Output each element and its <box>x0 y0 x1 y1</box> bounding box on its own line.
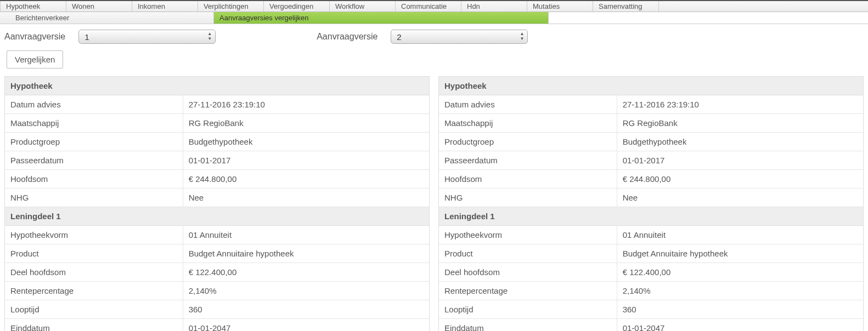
table-row: MaatschappijRG RegioBank <box>5 114 429 133</box>
version-select-1-value: 1 <box>84 32 89 42</box>
table-row: Hoofdsom€ 244.800,00 <box>439 170 863 189</box>
top-tab-wonen[interactable]: Wonen <box>66 1 132 12</box>
top-tab-communicatie[interactable]: Communicatie <box>395 1 461 12</box>
row-value: € 122.400,00 <box>617 263 863 281</box>
panel-left: HypotheekDatum advies27-11-2016 23:19:10… <box>4 76 430 331</box>
row-value: Budgethypotheek <box>183 133 429 151</box>
sub-tab-bar: BerichtenverkeerAanvraagversies vergelij… <box>0 12 868 24</box>
row-value: € 244.800,00 <box>617 170 863 188</box>
row-key: Datum advies <box>439 95 617 113</box>
table-row: Deel hoofdsom€ 122.400,00 <box>5 263 429 282</box>
table-row: ProductBudget Annuitaire hypotheek <box>439 244 863 263</box>
table-row: Deel hoofdsom€ 122.400,00 <box>439 263 863 282</box>
compare-button[interactable]: Vergelijken <box>7 50 63 69</box>
compare-panels: HypotheekDatum advies27-11-2016 23:19:10… <box>0 76 868 331</box>
row-key: Rentepercentage <box>439 282 617 300</box>
table-row: ProductgroepBudgethypotheek <box>5 133 429 151</box>
row-key: NHG <box>5 189 183 207</box>
table-row: Rentepercentage2,140% <box>439 282 863 300</box>
row-key: Hoofdsom <box>439 170 617 188</box>
row-key: Einddatum <box>439 319 617 331</box>
version-label-1: Aanvraagversie <box>4 32 65 42</box>
row-value: Nee <box>183 189 429 207</box>
row-value: Budgethypotheek <box>617 133 863 151</box>
table-row: Looptijd360 <box>5 300 429 319</box>
table-row: Looptijd360 <box>439 300 863 319</box>
row-value: 01-01-2017 <box>183 151 429 169</box>
row-key: Product <box>439 244 617 262</box>
row-value: 01 Annuiteit <box>183 226 429 244</box>
table-row: Einddatum01-01-2047 <box>439 319 863 331</box>
table-row: ProductgroepBudgethypotheek <box>439 133 863 151</box>
table-row: Datum advies27-11-2016 23:19:10 <box>5 95 429 114</box>
row-key: Maatschappij <box>5 114 183 132</box>
top-tab-inkomen[interactable]: Inkomen <box>132 1 198 12</box>
row-value: 360 <box>183 300 429 318</box>
version-select-1[interactable]: 1 ▲▼ <box>78 30 216 44</box>
select-updown-icon: ▲▼ <box>207 31 212 41</box>
row-value: 2,140% <box>617 282 863 300</box>
row-value: 01-01-2017 <box>617 151 863 169</box>
row-value: RG RegioBank <box>183 114 429 132</box>
table-row: Passeerdatum01-01-2017 <box>5 151 429 170</box>
top-tab-workflow[interactable]: Workflow <box>329 1 395 12</box>
version-label-2: Aanvraagversie <box>317 32 377 42</box>
row-value: 27-11-2016 23:19:10 <box>183 95 429 113</box>
table-row: Hoofdsom€ 244.800,00 <box>5 170 429 189</box>
panel-right: HypotheekDatum advies27-11-2016 23:19:10… <box>438 76 864 331</box>
row-key: NHG <box>439 189 617 207</box>
row-value: Budget Annuitaire hypotheek <box>183 244 429 262</box>
table-row: Rentepercentage2,140% <box>5 282 429 300</box>
row-key: Passeerdatum <box>5 151 183 169</box>
table-row: Einddatum01-01-2047 <box>5 319 429 331</box>
top-tab-vergoedingen[interactable]: Vergoedingen <box>263 1 329 12</box>
row-key: Hypotheekvorm <box>439 226 617 244</box>
top-tab-spacer <box>658 1 868 12</box>
row-key: Maatschappij <box>439 114 617 132</box>
table-row: Hypotheekvorm01 Annuiteit <box>439 226 863 244</box>
row-key: Hoofdsom <box>5 170 183 188</box>
table-row: ProductBudget Annuitaire hypotheek <box>5 244 429 263</box>
row-value: 2,140% <box>183 282 429 300</box>
sub-tab-1[interactable]: Aanvraagversies vergelijken <box>214 12 549 24</box>
top-tab-bar: HypotheekWonenInkomenVerplichtingenVergo… <box>0 0 868 12</box>
row-key: Deel hoofdsom <box>5 263 183 281</box>
row-value: 01 Annuiteit <box>617 226 863 244</box>
table-row: NHGNee <box>5 189 429 207</box>
section-header: Leningdeel 1 <box>439 207 863 226</box>
row-value: Budget Annuitaire hypotheek <box>617 244 863 262</box>
version-select-2-value: 2 <box>397 32 401 42</box>
row-key: Looptijd <box>439 300 617 318</box>
top-tab-verplichtingen[interactable]: Verplichtingen <box>198 1 263 12</box>
row-value: 01-01-2047 <box>183 319 429 331</box>
row-value: 27-11-2016 23:19:10 <box>617 95 863 113</box>
table-row: Hypotheekvorm01 Annuiteit <box>5 226 429 244</box>
row-key: Rentepercentage <box>5 282 183 300</box>
section-header: Leningdeel 1 <box>5 207 429 226</box>
section-header: Hypotheek <box>5 77 429 95</box>
row-key: Passeerdatum <box>439 151 617 169</box>
compare-controls: Aanvraagversie 1 ▲▼ Aanvraagversie 2 ▲▼ <box>0 24 868 48</box>
row-key: Product <box>5 244 183 262</box>
row-key: Looptijd <box>5 300 183 318</box>
table-row: Passeerdatum01-01-2017 <box>439 151 863 170</box>
row-key: Productgroep <box>439 133 617 151</box>
row-key: Datum advies <box>5 95 183 113</box>
row-value: 01-01-2047 <box>617 319 863 331</box>
top-tab-hdn[interactable]: Hdn <box>461 1 527 12</box>
version-select-2[interactable]: 2 ▲▼ <box>391 30 528 44</box>
table-row: Datum advies27-11-2016 23:19:10 <box>439 95 863 114</box>
row-value: Nee <box>617 189 863 207</box>
sub-tab-0[interactable]: Berichtenverkeer <box>0 12 214 24</box>
table-row: MaatschappijRG RegioBank <box>439 114 863 133</box>
row-value: RG RegioBank <box>617 114 863 132</box>
row-key: Hypotheekvorm <box>5 226 183 244</box>
row-key: Einddatum <box>5 319 183 331</box>
section-header: Hypotheek <box>439 77 863 95</box>
top-tab-samenvatting[interactable]: Samenvatting <box>593 1 658 12</box>
select-updown-icon: ▲▼ <box>520 31 524 41</box>
table-row: NHGNee <box>439 189 863 207</box>
top-tab-hypotheek[interactable]: Hypotheek <box>0 1 66 12</box>
row-value: € 122.400,00 <box>183 263 429 281</box>
top-tab-mutaties[interactable]: Mutaties <box>527 1 593 12</box>
